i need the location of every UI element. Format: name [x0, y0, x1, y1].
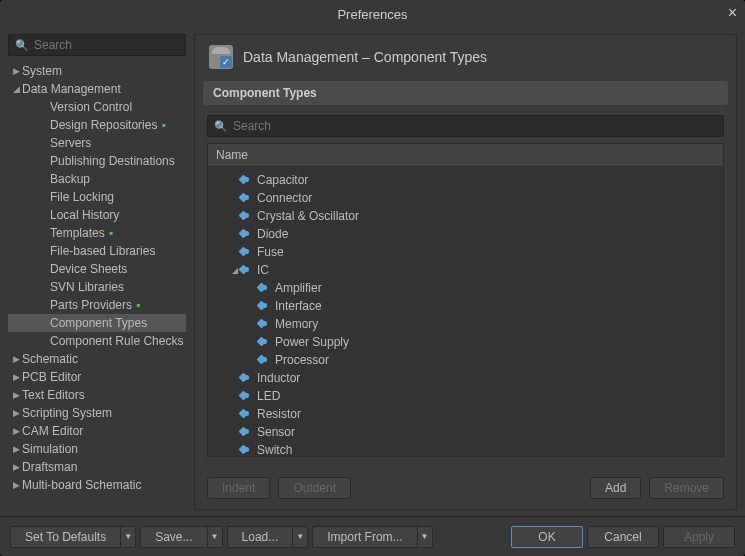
apply-button[interactable]: Apply — [663, 526, 735, 548]
tree-item[interactable]: Parts Providers▪ — [8, 296, 186, 314]
remove-button[interactable]: Remove — [649, 477, 724, 499]
list-item[interactable]: Diode — [208, 225, 723, 243]
tree-item[interactable]: Local History — [8, 206, 186, 224]
tree-item-label: Device Sheets — [50, 262, 127, 276]
save-button[interactable]: Save... — [140, 526, 206, 548]
panel-header: ✓ Data Management – Component Types — [195, 35, 736, 81]
tree-item[interactable]: ▶Draftsman — [8, 458, 186, 476]
inner-content: 🔍 Name CapacitorConnectorCrystal & Oscil… — [195, 105, 736, 467]
tree-item-label: System — [22, 64, 62, 78]
save-dropdown[interactable]: ▼ — [207, 526, 223, 548]
load-dropdown[interactable]: ▼ — [292, 526, 308, 548]
tag-icon — [258, 301, 270, 311]
chevron-down-icon: ◢ — [10, 84, 22, 94]
tree-item[interactable]: ▶System — [8, 62, 186, 80]
tree-item-label: PCB Editor — [22, 370, 81, 384]
tree-item[interactable]: SVN Libraries — [8, 278, 186, 296]
tree-item[interactable]: Design Repositories▪ — [8, 116, 186, 134]
titlebar: Preferences × — [0, 0, 745, 28]
tree-item[interactable]: ▶Simulation — [8, 440, 186, 458]
outdent-button[interactable]: Outdent — [278, 477, 351, 499]
list-item[interactable]: Resistor — [208, 405, 723, 423]
list-item[interactable]: Processor — [208, 351, 723, 369]
indent-button[interactable]: Indent — [207, 477, 270, 499]
load-button[interactable]: Load... — [227, 526, 293, 548]
right-panel: ✓ Data Management – Component Types Comp… — [194, 34, 737, 510]
list-item[interactable]: LED — [208, 387, 723, 405]
tree-item[interactable]: Backup — [8, 170, 186, 188]
list-search-input[interactable] — [233, 119, 717, 133]
tree-item[interactable]: ▶Scripting System — [8, 404, 186, 422]
tree-item-label: Text Editors — [22, 388, 85, 402]
chevron-right-icon: ▶ — [10, 354, 22, 364]
tree-item[interactable]: Publishing Destinations — [8, 152, 186, 170]
tree-item[interactable]: Device Sheets — [8, 260, 186, 278]
tree-item-label: File-based Libraries — [50, 244, 155, 258]
tree-item[interactable]: ▶PCB Editor — [8, 368, 186, 386]
list-item[interactable]: Amplifier — [208, 279, 723, 297]
tree-search-input[interactable] — [34, 38, 184, 52]
set-defaults-split[interactable]: Set To Defaults ▼ — [10, 526, 136, 548]
save-split[interactable]: Save... ▼ — [140, 526, 222, 548]
list-item-label: Capacitor — [257, 173, 308, 187]
tree-item[interactable]: ▶Multi-board Schematic — [8, 476, 186, 494]
set-defaults-dropdown[interactable]: ▼ — [120, 526, 136, 548]
list-item[interactable]: Switch — [208, 441, 723, 457]
bottom-bar: Set To Defaults ▼ Save... ▼ Load... ▼ Im… — [0, 516, 745, 556]
tree-item[interactable]: File-based Libraries — [8, 242, 186, 260]
list-item[interactable]: Interface — [208, 297, 723, 315]
list-item[interactable]: Sensor — [208, 423, 723, 441]
tag-icon — [258, 319, 270, 329]
tree-item[interactable]: ◢Data Management — [8, 80, 186, 98]
tag-icon — [258, 283, 270, 293]
tree-item[interactable]: Component Rule Checks — [8, 332, 186, 350]
list-header-name[interactable]: Name — [207, 143, 724, 166]
tag-icon — [240, 175, 252, 185]
tree-item[interactable]: Component Types — [8, 314, 186, 332]
load-split[interactable]: Load... ▼ — [227, 526, 309, 548]
dialog-body: 🔍 ▶System◢Data ManagementVersion Control… — [0, 28, 745, 510]
tree-item-label: Local History — [50, 208, 119, 222]
cancel-button[interactable]: Cancel — [587, 526, 659, 548]
import-from-dropdown[interactable]: ▼ — [417, 526, 433, 548]
tree-item[interactable]: Version Control — [8, 98, 186, 116]
list-item-label: Inductor — [257, 371, 300, 385]
chevron-right-icon: ▶ — [10, 390, 22, 400]
import-from-button[interactable]: Import From... — [312, 526, 416, 548]
list-item[interactable]: Capacitor — [208, 171, 723, 189]
component-type-list[interactable]: CapacitorConnectorCrystal & OscillatorDi… — [207, 166, 724, 457]
list-item[interactable]: Connector — [208, 189, 723, 207]
tree-item-label: Simulation — [22, 442, 78, 456]
list-item[interactable]: ◢IC — [208, 261, 723, 279]
list-item-label: Resistor — [257, 407, 301, 421]
close-icon[interactable]: × — [728, 4, 737, 22]
search-icon: 🔍 — [214, 120, 228, 133]
tree-item[interactable]: File Locking — [8, 188, 186, 206]
search-icon: 🔍 — [15, 39, 29, 52]
tree-item-label: Scripting System — [22, 406, 112, 420]
list-item[interactable]: Power Supply — [208, 333, 723, 351]
tree-item[interactable]: ▶CAM Editor — [8, 422, 186, 440]
tree-item-label: Parts Providers — [50, 298, 132, 312]
tree-item[interactable]: ▶Schematic — [8, 350, 186, 368]
tree-search[interactable]: 🔍 — [8, 34, 186, 56]
import-split[interactable]: Import From... ▼ — [312, 526, 432, 548]
list-item[interactable]: Crystal & Oscillator — [208, 207, 723, 225]
ok-button[interactable]: OK — [511, 526, 583, 548]
tree-item[interactable]: ▶Text Editors — [8, 386, 186, 404]
nav-tree[interactable]: ▶System◢Data ManagementVersion ControlDe… — [8, 62, 186, 510]
tree-item[interactable]: Servers — [8, 134, 186, 152]
tree-item-label: Data Management — [22, 82, 121, 96]
list-item[interactable]: Memory — [208, 315, 723, 333]
tree-item[interactable]: Templates▪ — [8, 224, 186, 242]
list-item[interactable]: Inductor — [208, 369, 723, 387]
chevron-right-icon: ▶ — [10, 480, 22, 490]
database-icon: ✓ — [209, 45, 233, 69]
dialog-title: Preferences — [337, 7, 407, 22]
list-item[interactable]: Fuse — [208, 243, 723, 261]
tree-item-label: Templates — [50, 226, 105, 240]
set-defaults-button[interactable]: Set To Defaults — [10, 526, 120, 548]
add-button[interactable]: Add — [590, 477, 641, 499]
list-search[interactable]: 🔍 — [207, 115, 724, 137]
tree-item-label: Design Repositories — [50, 118, 157, 132]
